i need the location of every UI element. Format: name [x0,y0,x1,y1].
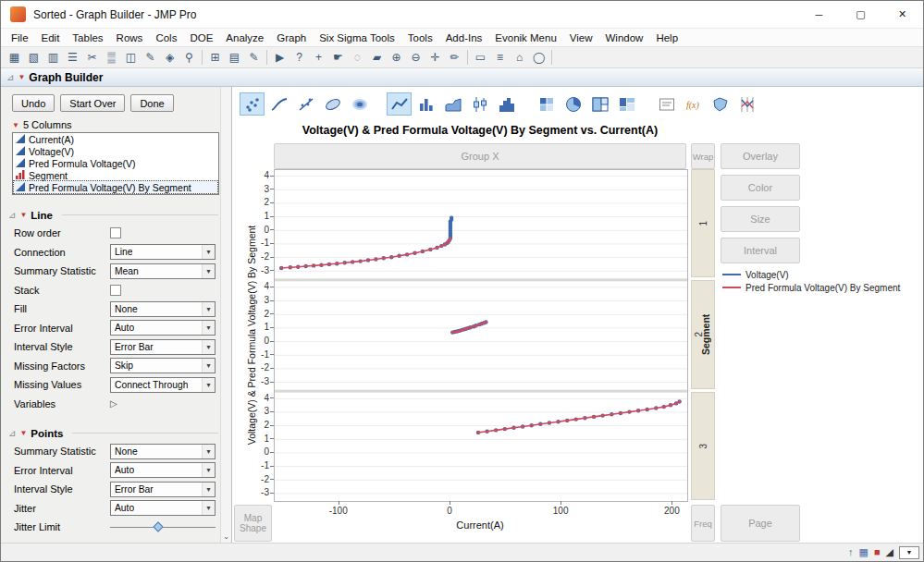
up-arrow-status-icon[interactable]: ↑ [848,547,854,557]
column-item-pred-formula-voltage-v-by-segment[interactable]: Pred Formula Voltage(V) By Segment [14,181,217,193]
menu-rows[interactable]: Rows [110,32,150,43]
element-smoother-icon[interactable] [266,92,291,116]
column-item-voltage-v[interactable]: Voltage(V) [14,146,217,158]
save-icon[interactable]: ▥ [43,48,63,67]
maximize-button[interactable]: ▢ [840,1,881,28]
column-item-pred-formula-voltage-v[interactable]: Pred Formula Voltage(V) [14,158,217,170]
element-histogram-icon[interactable] [494,92,519,116]
caption-tool-icon[interactable]: ▭ [471,48,490,67]
line-tool-icon[interactable]: ≡ [490,48,510,67]
crosshair-tool-icon[interactable]: ✛ [425,48,445,67]
element-area-icon[interactable] [440,92,465,116]
element-line-of-fit-icon[interactable] [293,92,318,116]
menu-analyze[interactable]: Analyze [219,32,270,43]
add-rows-icon[interactable]: ⊞ [205,48,225,67]
element-contour-icon[interactable] [347,92,372,116]
red-triangle-menu-icon[interactable]: ▼ [12,121,19,129]
element-box-plot-icon[interactable] [467,92,492,116]
missing-factors-select[interactable]: Skip▼ [110,358,216,373]
stack-checkbox[interactable] [110,285,121,296]
collapse-triangle-icon[interactable]: ⊿ [8,428,16,438]
element-pie-icon[interactable] [561,92,585,116]
jitter-limit-slider[interactable] [110,519,216,535]
paste-icon[interactable]: ◫ [121,48,141,67]
copy-icon[interactable]: ▒ [102,48,121,67]
menu-file[interactable]: File [5,32,35,43]
menu-evonik-menu[interactable]: Evonik Menu [488,32,562,43]
annotate-tool-icon[interactable]: ✏ [445,48,464,67]
element-points-icon[interactable] [240,92,265,116]
close-button[interactable]: ✕ [881,1,923,28]
red-triangle-menu-icon[interactable]: ▼ [19,429,27,437]
color-drop-zone[interactable]: Color [721,175,800,201]
plot-area[interactable] [274,169,688,502]
interval-drop-zone[interactable]: Interval [721,238,800,263]
menu-graph[interactable]: Graph [270,32,313,43]
jitter-select[interactable]: Auto▼ [110,500,216,516]
section-header-line[interactable]: ⊿▼Line [8,206,218,224]
undo-button[interactable]: Undo [12,94,55,112]
help-tool-icon[interactable]: ? [290,48,309,67]
summary-statistic-select[interactable]: Mean▼ [110,263,216,279]
element-mosaic-icon[interactable] [614,92,639,116]
resize-corner-icon[interactable]: ◢ [886,547,893,557]
menu-edit[interactable]: Edit [35,32,67,43]
error-interval-select[interactable]: Auto▼ [110,462,216,478]
menu-six-sigma-tools[interactable]: Six Sigma Tools [313,32,401,43]
lock-icon[interactable]: ◈ [160,48,179,67]
collapse-triangle-icon[interactable]: ⊿ [6,72,14,82]
done-button[interactable]: Done [130,94,173,112]
collapse-triangle-icon[interactable]: ⊿ [8,210,16,220]
element-parallel-plot-icon[interactable] [734,92,759,116]
column-item-current-a[interactable]: Current(A) [14,134,217,146]
element-caption-box-icon[interactable] [654,92,679,116]
red-triangle-menu-icon[interactable]: ▼ [19,211,27,219]
menu-help[interactable]: Help [649,32,684,43]
element-line-icon[interactable] [387,92,412,116]
menu-window[interactable]: Window [599,32,650,43]
menu-doe[interactable]: DOE [183,32,219,43]
table-status-icon[interactable]: ▦ [858,547,868,557]
element-treemap-icon[interactable] [587,92,612,116]
menu-cols[interactable]: Cols [149,32,183,43]
slider-thumb[interactable] [153,521,163,531]
arrow-tool-icon[interactable]: ▶ [270,48,290,67]
grabber-tool-icon[interactable]: ☛ [328,48,348,67]
interval-style-select[interactable]: Error Bar▼ [110,482,216,497]
shape-tool-icon[interactable]: ⌂ [510,48,529,67]
variables-disclosure-icon[interactable]: ▷ [110,398,117,409]
missing-values-select[interactable]: Connect Through▼ [110,377,216,393]
interval-style-select[interactable]: Error Bar▼ [110,339,216,355]
error-interval-select[interactable]: Auto▼ [110,320,216,336]
overlay-drop-zone[interactable]: Overlay [721,143,800,169]
columns-header[interactable]: ▼ 5 Columns [12,119,218,130]
group-x-drop-zone[interactable]: Group X [274,143,686,169]
minimize-button[interactable]: ─ [798,1,840,28]
menu-tools[interactable]: Tools [401,32,439,43]
move-tool-icon[interactable]: + [309,48,328,67]
menu-tables[interactable]: Tables [66,32,109,43]
map-shape-drop-zone[interactable]: Map Shape [234,505,272,542]
oval-tool-icon[interactable]: ◯ [529,48,548,67]
open-icon[interactable]: ▧ [24,48,43,67]
graph-builder-outline-header[interactable]: ⊿ ▼ Graph Builder [1,68,923,87]
scroll-down-icon[interactable]: ⌄ [221,530,231,543]
freq-drop-zone[interactable]: Freq [691,505,715,542]
column-info-icon[interactable]: ✎ [244,48,264,67]
brush-tool-icon[interactable]: ▰ [367,48,387,67]
start-over-button[interactable]: Start Over [60,94,125,112]
status-dropdown[interactable]: ▼ [899,546,919,559]
cut-icon[interactable]: ✂ [82,48,102,67]
red-triangle-menu-icon[interactable]: ▼ [18,73,25,81]
size-drop-zone[interactable]: Size [721,206,800,232]
zoom-in-tool-icon[interactable]: ⊕ [387,48,406,67]
section-header-points[interactable]: ⊿▼Points [8,424,218,442]
element-heatmap-icon[interactable] [534,92,559,116]
page-drop-zone[interactable]: Page [721,505,800,542]
fill-select[interactable]: None▼ [110,301,216,317]
columns-list[interactable]: Current(A)Voltage(V)Pred Formula Voltage… [12,132,219,195]
wrap-drop-zone[interactable]: Wrap [691,143,715,169]
new-data-table-icon[interactable]: ▦ [5,48,24,67]
data-view-icon[interactable]: ▤ [225,48,244,67]
zoom-out-tool-icon[interactable]: ⊖ [406,48,425,67]
